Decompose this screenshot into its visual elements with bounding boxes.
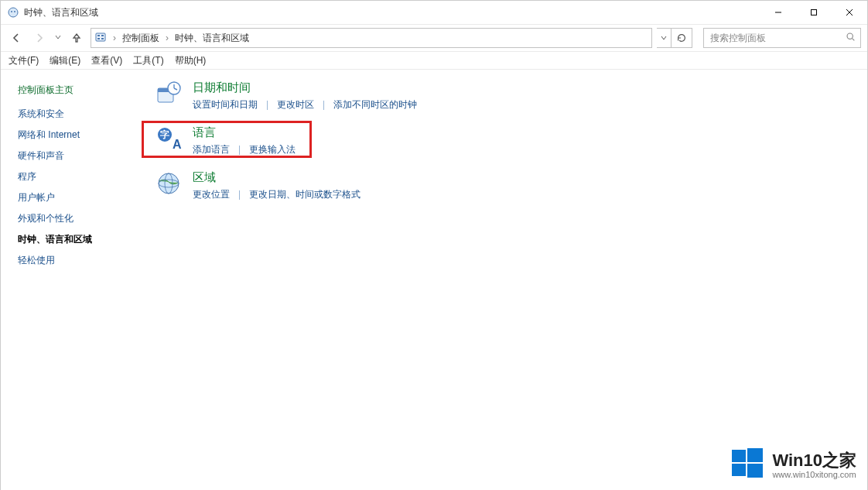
window-controls [760, 1, 867, 24]
titlebar: 时钟、语言和区域 [1, 1, 867, 25]
recent-locations-dropdown[interactable] [55, 34, 61, 42]
menu-help[interactable]: 帮助(H) [175, 54, 207, 67]
content: 日期和时间 设置时间和日期 更改时区 添加不同时区的时钟 字 [140, 70, 867, 490]
svg-point-2 [14, 11, 15, 12]
link-divider [239, 146, 240, 155]
link-change-location[interactable]: 更改位置 [193, 188, 230, 201]
svg-rect-28 [747, 464, 763, 478]
app-icon [7, 6, 19, 19]
maximize-button[interactable] [796, 1, 832, 24]
globe-icon [155, 170, 182, 197]
link-divider [239, 190, 240, 200]
body: 控制面板主页 系统和安全 网络和 Internet 硬件和声音 程序 用户帐户 … [1, 70, 867, 490]
menu-tools[interactable]: 工具(T) [133, 54, 163, 67]
category-region: 区域 更改位置 更改日期、时间或数字格式 [155, 170, 852, 201]
close-button[interactable] [832, 1, 867, 24]
svg-rect-8 [97, 35, 100, 36]
sidebar-item-hardware-sound[interactable]: 硬件和声音 [18, 149, 132, 163]
up-button[interactable] [67, 29, 86, 47]
menu-edit[interactable]: 编辑(E) [50, 54, 80, 67]
sidebar-item-user-accounts[interactable]: 用户帐户 [18, 191, 132, 204]
svg-text:字: 字 [160, 129, 169, 140]
svg-rect-9 [101, 35, 104, 36]
address-bar[interactable]: › 控制面板 › 时钟、语言和区域 [91, 28, 652, 48]
navigation-row: › 控制面板 › 时钟、语言和区域 [1, 25, 867, 52]
watermark: Win10之家 www.win10xitong.com [730, 447, 856, 483]
sidebar-item-ease-of-access[interactable]: 轻松使用 [18, 254, 132, 267]
svg-rect-27 [732, 464, 746, 476]
watermark-title: Win10之家 [772, 451, 856, 470]
link-add-clocks[interactable]: 添加不同时区的时钟 [333, 98, 417, 111]
windows-logo-icon [730, 447, 764, 483]
svg-rect-26 [747, 448, 763, 462]
svg-point-0 [9, 8, 18, 17]
forward-button[interactable] [30, 29, 49, 47]
window-title: 时钟、语言和区域 [24, 6, 98, 19]
svg-rect-10 [97, 38, 100, 39]
address-dropdown-button[interactable] [657, 28, 672, 48]
sidebar-item-network-internet[interactable]: 网络和 Internet [18, 128, 132, 142]
sidebar-item-programs[interactable]: 程序 [18, 170, 132, 183]
svg-line-13 [853, 39, 855, 41]
menu-view[interactable]: 查看(V) [91, 54, 122, 67]
link-add-language[interactable]: 添加语言 [193, 143, 230, 156]
language-icon: 字 A [155, 125, 182, 152]
watermark-url: www.win10xitong.com [772, 470, 856, 480]
svg-rect-11 [101, 38, 104, 39]
breadcrumb-separator-icon: › [113, 33, 116, 43]
link-change-timezone[interactable]: 更改时区 [277, 98, 314, 111]
sidebar: 控制面板主页 系统和安全 网络和 Internet 硬件和声音 程序 用户帐户 … [1, 70, 140, 490]
sidebar-item-system-security[interactable]: 系统和安全 [18, 108, 132, 121]
search-input[interactable] [709, 32, 841, 44]
category-language: 字 A 语言 添加语言 更换输入法 [155, 125, 852, 156]
category-date-time: 日期和时间 设置时间和日期 更改时区 添加不同时区的时钟 [155, 81, 852, 111]
control-panel-window: 时钟、语言和区域 [0, 0, 868, 490]
svg-text:A: A [173, 138, 182, 151]
back-button[interactable] [7, 29, 26, 47]
clock-icon [155, 81, 182, 107]
breadcrumb-separator-icon: › [166, 33, 169, 43]
minimize-button[interactable] [760, 1, 796, 24]
breadcrumb-current[interactable]: 时钟、语言和区域 [175, 32, 249, 45]
search-icon [846, 32, 856, 44]
sidebar-item-appearance[interactable]: 外观和个性化 [18, 212, 132, 225]
link-change-formats[interactable]: 更改日期、时间或数字格式 [249, 188, 361, 201]
menu-bar: 文件(F) 编辑(E) 查看(V) 工具(T) 帮助(H) [1, 52, 867, 70]
category-title-language[interactable]: 语言 [193, 125, 852, 140]
category-title-region[interactable]: 区域 [193, 170, 852, 185]
sidebar-home[interactable]: 控制面板主页 [18, 84, 132, 97]
link-change-input-method[interactable]: 更换输入法 [249, 143, 296, 156]
svg-rect-4 [812, 10, 817, 15]
breadcrumb-root[interactable]: 控制面板 [122, 32, 159, 45]
link-set-date-time[interactable]: 设置时间和日期 [193, 98, 258, 111]
link-divider [267, 101, 268, 110]
svg-point-12 [847, 33, 853, 39]
control-panel-icon [94, 31, 107, 46]
menu-file[interactable]: 文件(F) [9, 54, 39, 67]
sidebar-item-clock-language-region[interactable]: 时钟、语言和区域 [18, 233, 132, 246]
category-title-date-time[interactable]: 日期和时间 [193, 81, 852, 95]
svg-rect-25 [732, 450, 746, 462]
svg-rect-7 [96, 33, 105, 41]
refresh-button[interactable] [672, 28, 692, 48]
search-box[interactable] [703, 28, 861, 48]
svg-point-1 [11, 11, 12, 12]
link-divider [323, 101, 324, 110]
